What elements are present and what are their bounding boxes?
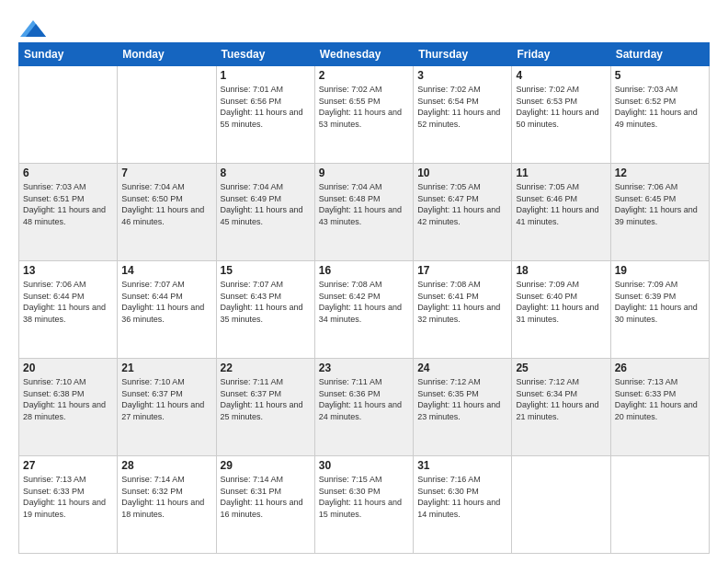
day-number: 5 <box>615 69 705 82</box>
day-info: Sunrise: 7:07 AM Sunset: 6:43 PM Dayligh… <box>221 279 311 325</box>
calendar-cell: 16Sunrise: 7:08 AM Sunset: 6:42 PM Dayli… <box>314 261 413 359</box>
day-info: Sunrise: 7:02 AM Sunset: 6:55 PM Dayligh… <box>319 84 409 130</box>
day-number: 14 <box>121 264 211 277</box>
day-number: 10 <box>417 167 507 179</box>
calendar-cell <box>610 456 709 554</box>
calendar-cell: 6Sunrise: 7:03 AM Sunset: 6:51 PM Daylig… <box>19 164 118 261</box>
calendar-cell: 27Sunrise: 7:13 AM Sunset: 6:33 PM Dayli… <box>19 456 118 554</box>
calendar-cell: 18Sunrise: 7:09 AM Sunset: 6:40 PM Dayli… <box>512 261 610 359</box>
calendar-cell: 1Sunrise: 7:01 AM Sunset: 6:56 PM Daylig… <box>216 66 314 164</box>
day-info: Sunrise: 7:06 AM Sunset: 6:44 PM Dayligh… <box>23 279 113 325</box>
day-info: Sunrise: 7:08 AM Sunset: 6:42 PM Dayligh… <box>319 279 409 325</box>
day-info: Sunrise: 7:05 AM Sunset: 6:46 PM Dayligh… <box>516 181 606 227</box>
day-number: 24 <box>417 362 507 374</box>
day-info: Sunrise: 7:14 AM Sunset: 6:31 PM Dayligh… <box>221 474 311 520</box>
day-info: Sunrise: 7:09 AM Sunset: 6:39 PM Dayligh… <box>615 279 705 325</box>
calendar-cell: 11Sunrise: 7:05 AM Sunset: 6:46 PM Dayli… <box>512 164 610 261</box>
day-info: Sunrise: 7:11 AM Sunset: 6:37 PM Dayligh… <box>221 376 311 422</box>
day-number: 18 <box>516 264 606 277</box>
calendar-cell: 26Sunrise: 7:13 AM Sunset: 6:33 PM Dayli… <box>610 359 709 456</box>
calendar-cell: 5Sunrise: 7:03 AM Sunset: 6:52 PM Daylig… <box>610 66 709 164</box>
day-number: 17 <box>417 264 507 277</box>
calendar-cell: 20Sunrise: 7:10 AM Sunset: 6:38 PM Dayli… <box>19 359 118 456</box>
calendar-cell: 13Sunrise: 7:06 AM Sunset: 6:44 PM Dayli… <box>19 261 118 359</box>
logo <box>18 18 46 33</box>
day-number: 23 <box>319 362 409 374</box>
day-info: Sunrise: 7:12 AM Sunset: 6:34 PM Dayligh… <box>516 376 606 422</box>
weekday-header-cell: Tuesday <box>216 43 314 66</box>
day-info: Sunrise: 7:12 AM Sunset: 6:35 PM Dayligh… <box>417 376 507 422</box>
day-info: Sunrise: 7:01 AM Sunset: 6:56 PM Dayligh… <box>221 84 311 130</box>
day-number: 8 <box>221 167 311 179</box>
day-number: 31 <box>417 459 507 472</box>
day-info: Sunrise: 7:16 AM Sunset: 6:30 PM Dayligh… <box>417 474 507 520</box>
calendar-cell: 8Sunrise: 7:04 AM Sunset: 6:49 PM Daylig… <box>216 164 314 261</box>
weekday-header-cell: Wednesday <box>314 43 413 66</box>
day-info: Sunrise: 7:14 AM Sunset: 6:32 PM Dayligh… <box>121 474 211 520</box>
day-number: 7 <box>121 167 211 179</box>
day-number: 20 <box>23 362 113 374</box>
day-info: Sunrise: 7:09 AM Sunset: 6:40 PM Dayligh… <box>516 279 606 325</box>
weekday-header-cell: Friday <box>512 43 610 66</box>
day-info: Sunrise: 7:07 AM Sunset: 6:44 PM Dayligh… <box>121 279 211 325</box>
header <box>18 18 710 33</box>
calendar-cell: 29Sunrise: 7:14 AM Sunset: 6:31 PM Dayli… <box>216 456 314 554</box>
calendar-cell: 19Sunrise: 7:09 AM Sunset: 6:39 PM Dayli… <box>610 261 709 359</box>
day-info: Sunrise: 7:10 AM Sunset: 6:38 PM Dayligh… <box>23 376 113 422</box>
calendar-table: SundayMondayTuesdayWednesdayThursdayFrid… <box>18 42 710 554</box>
day-info: Sunrise: 7:03 AM Sunset: 6:52 PM Dayligh… <box>615 84 705 130</box>
day-number: 9 <box>319 167 409 179</box>
day-info: Sunrise: 7:13 AM Sunset: 6:33 PM Dayligh… <box>615 376 705 422</box>
page: SundayMondayTuesdayWednesdayThursdayFrid… <box>0 0 728 563</box>
day-info: Sunrise: 7:08 AM Sunset: 6:41 PM Dayligh… <box>417 279 507 325</box>
calendar-cell: 4Sunrise: 7:02 AM Sunset: 6:53 PM Daylig… <box>512 66 610 164</box>
weekday-header-cell: Thursday <box>414 43 512 66</box>
calendar-cell <box>19 66 118 164</box>
calendar-cell: 25Sunrise: 7:12 AM Sunset: 6:34 PM Dayli… <box>512 359 610 456</box>
calendar-cell: 21Sunrise: 7:10 AM Sunset: 6:37 PM Dayli… <box>118 359 216 456</box>
day-number: 2 <box>319 69 409 82</box>
day-number: 25 <box>516 362 606 374</box>
calendar-cell: 15Sunrise: 7:07 AM Sunset: 6:43 PM Dayli… <box>216 261 314 359</box>
day-number: 13 <box>23 264 113 277</box>
logo-icon <box>20 20 46 37</box>
day-info: Sunrise: 7:04 AM Sunset: 6:50 PM Dayligh… <box>121 181 211 227</box>
calendar-cell: 9Sunrise: 7:04 AM Sunset: 6:48 PM Daylig… <box>314 164 413 261</box>
day-info: Sunrise: 7:04 AM Sunset: 6:48 PM Dayligh… <box>319 181 409 227</box>
day-number: 11 <box>516 167 606 179</box>
day-number: 4 <box>516 69 606 82</box>
calendar-cell <box>118 66 216 164</box>
day-number: 28 <box>121 459 211 472</box>
calendar-week-row: 6Sunrise: 7:03 AM Sunset: 6:51 PM Daylig… <box>19 164 710 261</box>
calendar-body: 1Sunrise: 7:01 AM Sunset: 6:56 PM Daylig… <box>19 66 710 554</box>
day-info: Sunrise: 7:10 AM Sunset: 6:37 PM Dayligh… <box>121 376 211 422</box>
day-info: Sunrise: 7:02 AM Sunset: 6:54 PM Dayligh… <box>417 84 507 130</box>
day-number: 1 <box>221 69 311 82</box>
calendar-week-row: 1Sunrise: 7:01 AM Sunset: 6:56 PM Daylig… <box>19 66 710 164</box>
day-number: 29 <box>221 459 311 472</box>
calendar-week-row: 27Sunrise: 7:13 AM Sunset: 6:33 PM Dayli… <box>19 456 710 554</box>
day-number: 30 <box>319 459 409 472</box>
day-info: Sunrise: 7:13 AM Sunset: 6:33 PM Dayligh… <box>23 474 113 520</box>
day-info: Sunrise: 7:11 AM Sunset: 6:36 PM Dayligh… <box>319 376 409 422</box>
day-number: 22 <box>221 362 311 374</box>
calendar-cell: 10Sunrise: 7:05 AM Sunset: 6:47 PM Dayli… <box>414 164 512 261</box>
calendar-cell: 7Sunrise: 7:04 AM Sunset: 6:50 PM Daylig… <box>118 164 216 261</box>
calendar-cell: 17Sunrise: 7:08 AM Sunset: 6:41 PM Dayli… <box>414 261 512 359</box>
day-number: 21 <box>121 362 211 374</box>
calendar-week-row: 20Sunrise: 7:10 AM Sunset: 6:38 PM Dayli… <box>19 359 710 456</box>
day-info: Sunrise: 7:06 AM Sunset: 6:45 PM Dayligh… <box>615 181 705 227</box>
calendar-cell: 30Sunrise: 7:15 AM Sunset: 6:30 PM Dayli… <box>314 456 413 554</box>
calendar-cell: 14Sunrise: 7:07 AM Sunset: 6:44 PM Dayli… <box>118 261 216 359</box>
weekday-header-cell: Saturday <box>610 43 709 66</box>
day-number: 26 <box>615 362 705 374</box>
calendar-cell: 3Sunrise: 7:02 AM Sunset: 6:54 PM Daylig… <box>414 66 512 164</box>
day-number: 15 <box>221 264 311 277</box>
day-number: 19 <box>615 264 705 277</box>
day-number: 3 <box>417 69 507 82</box>
calendar-cell: 2Sunrise: 7:02 AM Sunset: 6:55 PM Daylig… <box>314 66 413 164</box>
calendar-cell <box>512 456 610 554</box>
calendar-cell: 22Sunrise: 7:11 AM Sunset: 6:37 PM Dayli… <box>216 359 314 456</box>
calendar-week-row: 13Sunrise: 7:06 AM Sunset: 6:44 PM Dayli… <box>19 261 710 359</box>
day-number: 27 <box>23 459 113 472</box>
